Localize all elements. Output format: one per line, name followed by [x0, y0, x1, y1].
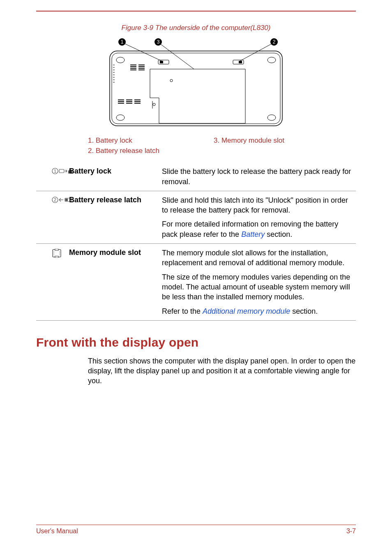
- definition-text: Slide the battery lock to release the ba…: [162, 167, 351, 185]
- legend-item-1: 1. Battery lock: [88, 136, 214, 146]
- definitions-table: 1 Battery lock Slide the battery lock to…: [36, 167, 356, 321]
- svg-rect-0: [110, 51, 282, 126]
- svg-rect-51: [65, 199, 68, 201]
- svg-text:1: 1: [54, 169, 56, 174]
- top-rule: [36, 11, 356, 12]
- figure-legend: 1. Battery lock 2. Battery release latch…: [36, 136, 356, 156]
- svg-point-3: [267, 57, 276, 63]
- svg-rect-52: [53, 250, 61, 257]
- svg-rect-46: [59, 169, 64, 173]
- battery-release-latch-icon: 2: [36, 195, 69, 239]
- definition-row: 2 Battery release latch Slide and hold t…: [36, 191, 356, 244]
- definition-text: section.: [290, 307, 318, 315]
- svg-point-2: [116, 57, 125, 63]
- definition-text: The size of the memory modules varies de…: [162, 273, 350, 301]
- definition-text: Refer to the: [162, 307, 203, 315]
- svg-rect-53: [55, 249, 58, 250]
- definition-term: Battery lock: [69, 167, 162, 187]
- svg-rect-35: [233, 60, 244, 64]
- svg-point-7: [153, 103, 155, 106]
- definition-text: The memory module slot allows for the in…: [162, 249, 344, 267]
- svg-line-38: [125, 44, 163, 62]
- definition-text: section.: [265, 230, 292, 238]
- definition-body: The memory module slot allows for the in…: [162, 248, 356, 316]
- page-footer: User's Manual 3-7: [36, 525, 356, 535]
- figure-caption: Figure 3-9 The underside of the computer…: [36, 24, 356, 32]
- definition-term: Memory module slot: [69, 248, 162, 316]
- additional-memory-module-link[interactable]: Additional memory module: [203, 307, 290, 315]
- footer-right: 3-7: [346, 528, 356, 535]
- callout-3: 3: [157, 39, 160, 45]
- svg-point-5: [267, 115, 276, 120]
- definition-body: Slide and hold this latch into its "Unlo…: [162, 195, 356, 239]
- section-heading: Front with the display open: [36, 336, 356, 349]
- footer-left: User's Manual: [36, 528, 78, 535]
- definition-row: Memory module slot The memory module slo…: [36, 244, 356, 321]
- legend-item-3: 3. Memory module slot: [214, 136, 339, 146]
- section-body: This section shows the computer with the…: [36, 356, 356, 386]
- svg-rect-54: [55, 256, 58, 258]
- svg-point-6: [170, 79, 173, 82]
- definition-text: Slide and hold this latch into its "Unlo…: [162, 196, 348, 214]
- svg-text:2: 2: [54, 197, 56, 202]
- svg-rect-1: [112, 53, 280, 124]
- definition-row: 1 Battery lock Slide the battery lock to…: [36, 167, 356, 191]
- legend-item-2: 2. Battery release latch: [88, 146, 214, 156]
- callout-2: 2: [273, 39, 276, 45]
- battery-lock-icon: 1: [36, 167, 69, 187]
- definition-body: Slide the battery lock to release the ba…: [162, 167, 356, 187]
- memory-module-slot-icon: [36, 248, 69, 316]
- svg-line-40: [239, 44, 272, 62]
- callout-1: 1: [121, 39, 124, 45]
- figure-diagram: 1 3 2: [36, 36, 356, 128]
- svg-point-4: [116, 115, 125, 120]
- definition-term: Battery release latch: [69, 195, 162, 239]
- svg-line-39: [160, 44, 194, 69]
- battery-link[interactable]: Battery: [241, 230, 265, 238]
- svg-rect-34: [158, 60, 169, 64]
